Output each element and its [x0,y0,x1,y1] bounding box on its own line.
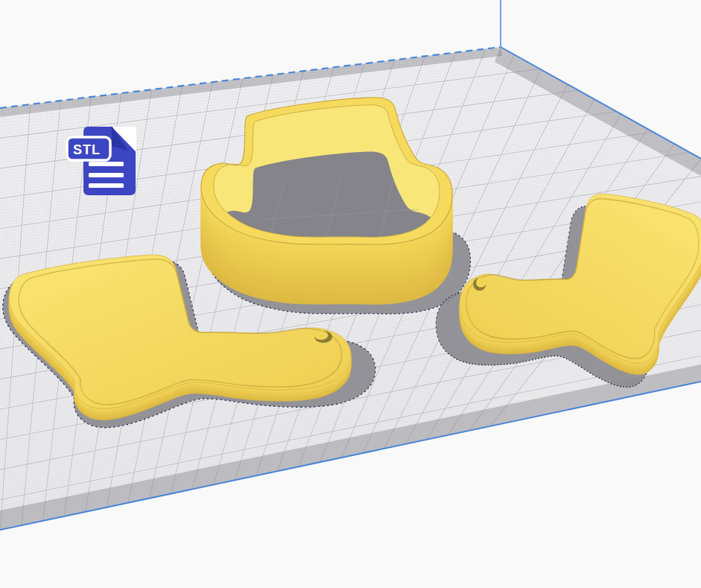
viewport-3d-canvas[interactable]: STL [0,0,701,588]
stl-document-text-line [89,162,124,166]
stl-document-text-line [89,183,124,188]
stl-document-text-line [89,173,124,177]
stl-label-text: STL [73,142,101,157]
slicer-3d-viewport[interactable]: STL [0,0,701,588]
